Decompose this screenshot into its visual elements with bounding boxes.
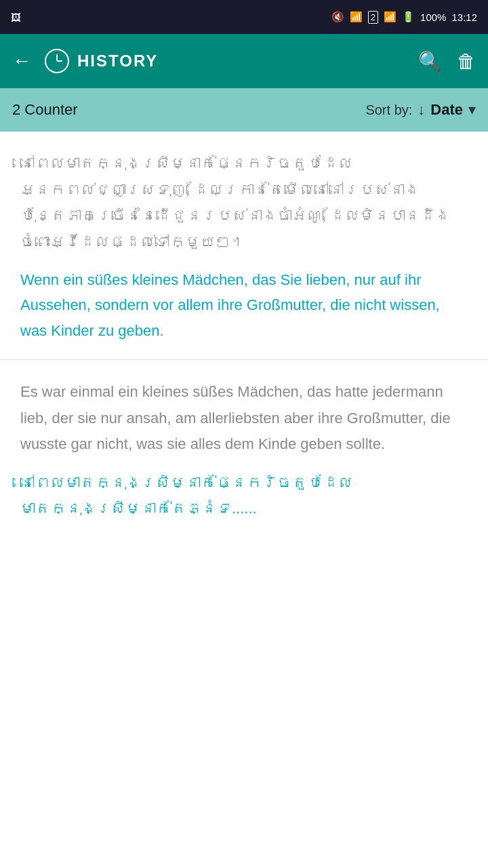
- toolbar: ← HISTORY 🔍 🗑: [0, 34, 488, 88]
- content-area: នៅពេលមាតក្នុងស្រីម្នាក់ផ្នែករិចតួបដែលអ្ន…: [0, 132, 488, 538]
- toolbar-title-area: HISTORY: [45, 49, 418, 73]
- wifi-icon: 📶: [350, 11, 363, 23]
- status-bar: 🖼 🔇 📶 2 📶 🔋 100% 13:12: [0, 0, 488, 34]
- delete-button[interactable]: 🗑: [457, 50, 476, 73]
- toolbar-actions: 🔍 🗑: [418, 50, 476, 73]
- search-button[interactable]: 🔍: [418, 50, 442, 73]
- sort-label: Sort by:: [365, 102, 412, 118]
- sim2-icon: 2: [368, 11, 378, 24]
- time-display: 13:12: [451, 12, 477, 23]
- status-left: 🖼: [11, 12, 21, 23]
- sort-arrow-icon: ↓: [418, 101, 425, 119]
- history-card-2: Es war einmal ein kleines süßes Mädchen,…: [0, 360, 488, 538]
- toolbar-title: HISTORY: [77, 52, 158, 71]
- sort-area[interactable]: Sort by: ↓ Date ▾: [365, 101, 476, 119]
- clock-icon: [45, 49, 69, 73]
- mute-icon: 🔇: [331, 11, 344, 23]
- german-text-teal-1: Wenn ein süßes kleines Mädchen, das Sie …: [20, 267, 468, 343]
- sort-dropdown-icon[interactable]: ▾: [468, 101, 476, 119]
- history-card-1: នៅពេលមាតក្នុងស្រីម្នាក់ផ្នែករិចតួបដែលអ្ន…: [0, 132, 488, 360]
- battery-percent: 100%: [420, 12, 446, 23]
- image-icon: 🖼: [11, 12, 21, 23]
- signal-icon: 📶: [384, 11, 396, 23]
- back-button[interactable]: ←: [12, 52, 31, 71]
- battery-icon: 🔋: [402, 11, 415, 23]
- sort-value: Date: [430, 101, 463, 119]
- status-right: 🔇 📶 2 📶 🔋 100% 13:12: [331, 11, 477, 24]
- german-text-gray-2: Es war einmal ein kleines süßes Mädchen,…: [20, 379, 468, 458]
- khmer-text-1: នៅពេលមាតក្នុងស្រីម្នាក់ផ្នែករិចតួបដែលអ្ន…: [20, 151, 468, 255]
- khmer-text-teal-2: នៅពេលមាតក្នុងស្រីម្នាក់ផ្នែករិចតួបដែល មា…: [20, 470, 468, 522]
- counter-label: 2 Counter: [12, 101, 78, 119]
- subheader: 2 Counter Sort by: ↓ Date ▾: [0, 88, 488, 132]
